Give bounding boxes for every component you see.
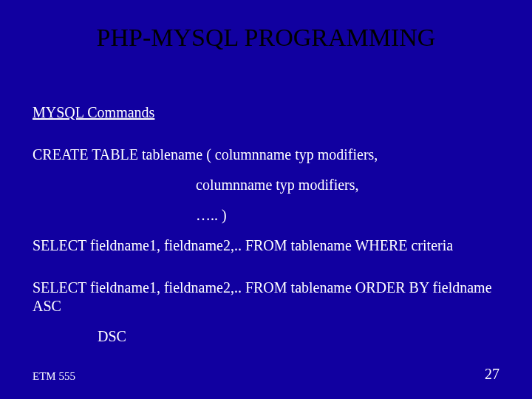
create-table-line2: columnname typ modifiers,: [33, 176, 499, 194]
footer-course-code: ETM 555: [33, 370, 75, 383]
select-where: SELECT fieldname1, fieldname2,.. FROM ta…: [33, 236, 499, 255]
select-order: SELECT fieldname1, fieldname2,.. FROM ta…: [33, 279, 499, 316]
slide-body: MYSQL Commands CREATE TABLE tablename ( …: [33, 103, 499, 358]
slide-title: PHP-MYSQL PROGRAMMING: [0, 24, 532, 52]
create-table-line3: ….. ): [33, 206, 499, 225]
section-header: MYSQL Commands: [33, 103, 499, 122]
footer-page-number: 27: [485, 366, 499, 383]
create-table-line1: CREATE TABLE tablename ( columnname typ …: [33, 146, 499, 164]
dsc-line: DSC: [33, 327, 499, 346]
slide: PHP-MYSQL PROGRAMMING MYSQL Commands CRE…: [0, 0, 532, 399]
